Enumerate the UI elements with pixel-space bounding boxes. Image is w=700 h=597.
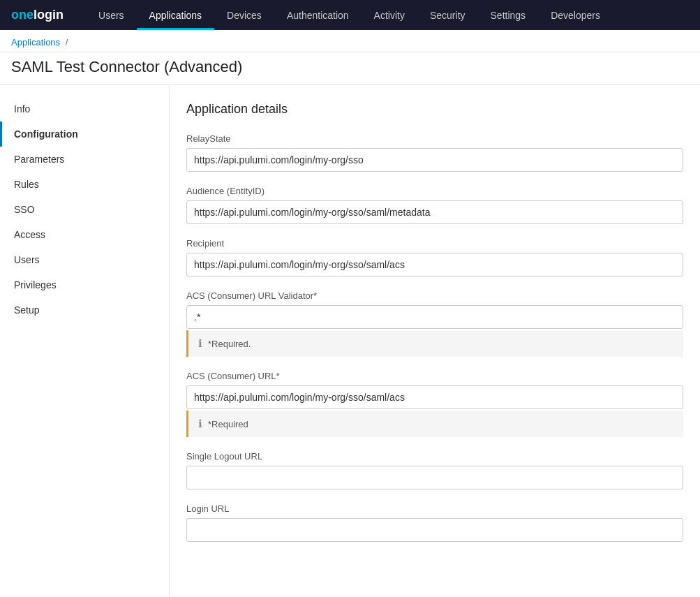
required-text-acs-validator: *Required. xyxy=(208,339,251,349)
sidebar-item-parameters[interactable]: Parameters xyxy=(0,147,169,172)
nav-item-authentication[interactable]: Authentication xyxy=(274,0,362,30)
nav-item-security[interactable]: Security xyxy=(417,0,478,30)
sidebar-item-users[interactable]: Users xyxy=(0,247,169,272)
input-acs-url-validator[interactable] xyxy=(186,305,683,329)
section-title: Application details xyxy=(186,102,683,117)
label-single-logout-url: Single Logout URL xyxy=(186,451,683,462)
nav-item-devices[interactable]: Devices xyxy=(214,0,274,30)
input-login-url[interactable] xyxy=(186,518,683,542)
logo: onelogin xyxy=(11,8,64,22)
field-relay-state: RelayState xyxy=(186,133,683,172)
required-notice-acs-validator: ℹ *Required. xyxy=(186,330,683,357)
breadcrumb: Applications / xyxy=(11,37,689,47)
label-acs-url: ACS (Consumer) URL* xyxy=(186,371,683,381)
sidebar: Info Configuration Parameters Rules SSO … xyxy=(0,85,170,596)
top-navigation: onelogin Users Applications Devices Auth… xyxy=(0,0,700,30)
nav-items: Users Applications Devices Authenticatio… xyxy=(86,0,613,30)
field-acs-url-validator: ACS (Consumer) URL Validator* ℹ *Require… xyxy=(186,290,683,357)
input-single-logout-url[interactable] xyxy=(186,466,683,489)
field-audience: Audience (EntityID) xyxy=(186,186,683,224)
sidebar-item-privileges[interactable]: Privileges xyxy=(0,272,169,297)
page-title: SAML Test Connector (Advanced) xyxy=(0,52,700,84)
field-recipient: Recipient xyxy=(186,238,683,277)
field-login-url: Login URL xyxy=(186,503,683,542)
sidebar-item-configuration[interactable]: Configuration xyxy=(0,121,169,147)
sidebar-item-setup[interactable]: Setup xyxy=(0,297,169,323)
required-notice-acs-url: ℹ *Required xyxy=(186,411,683,437)
nav-item-settings[interactable]: Settings xyxy=(478,0,539,30)
label-login-url: Login URL xyxy=(186,503,683,514)
sidebar-item-rules[interactable]: Rules xyxy=(0,172,169,197)
nav-item-activity[interactable]: Activity xyxy=(362,0,417,30)
info-icon-acs-validator: ℹ xyxy=(198,337,202,350)
nav-item-developers[interactable]: Developers xyxy=(538,0,613,30)
label-relay-state: RelayState xyxy=(186,133,683,144)
sidebar-item-access[interactable]: Access xyxy=(0,222,169,247)
content-area: Application details RelayState Audience … xyxy=(170,85,700,596)
main-layout: Info Configuration Parameters Rules SSO … xyxy=(0,85,700,596)
field-acs-url: ACS (Consumer) URL* ℹ *Required xyxy=(186,371,683,437)
label-acs-url-validator: ACS (Consumer) URL Validator* xyxy=(186,290,683,301)
nav-item-users[interactable]: Users xyxy=(86,0,137,30)
input-acs-url[interactable] xyxy=(186,385,683,409)
breadcrumb-separator: / xyxy=(66,37,68,47)
field-single-logout-url: Single Logout URL xyxy=(186,451,683,489)
sidebar-item-sso[interactable]: SSO xyxy=(0,197,169,222)
input-recipient[interactable] xyxy=(186,253,683,277)
sidebar-item-info[interactable]: Info xyxy=(0,96,169,121)
breadcrumb-applications-link[interactable]: Applications xyxy=(11,37,60,47)
breadcrumb-bar: Applications / xyxy=(0,30,700,52)
required-text-acs-url: *Required xyxy=(208,419,248,429)
info-icon-acs-url: ℹ xyxy=(198,418,202,430)
label-recipient: Recipient xyxy=(186,238,683,249)
nav-item-applications[interactable]: Applications xyxy=(137,0,215,30)
input-relay-state[interactable] xyxy=(186,148,683,172)
label-audience: Audience (EntityID) xyxy=(186,186,683,196)
input-audience[interactable] xyxy=(186,200,683,224)
